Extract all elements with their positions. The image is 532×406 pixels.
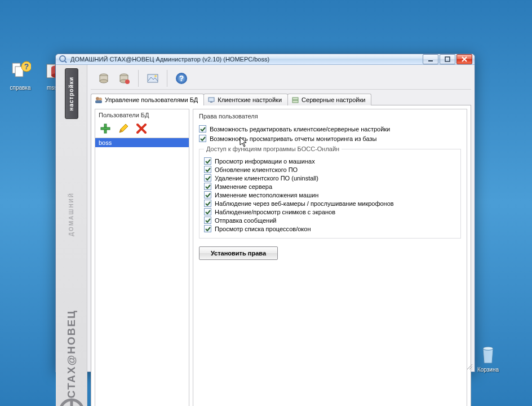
user-list[interactable]: boss <box>95 138 189 406</box>
apply-permissions-button[interactable]: Установить права <box>199 246 278 260</box>
chk-option-8[interactable]: Просмотр списка процессов/окон <box>204 225 456 232</box>
chk-option-0[interactable]: Просмотр информации о машинах <box>204 157 456 165</box>
users-pane: Пользователи БД boss <box>95 109 189 406</box>
desktop-help-label: справка <box>3 85 37 91</box>
brand-text-2: СТАХ@НОВЕЦ <box>65 310 78 398</box>
permissions-title: Права пользователя <box>199 113 461 120</box>
client-icon <box>207 96 215 104</box>
svg-point-8 <box>483 347 493 350</box>
checkbox-icon <box>204 225 211 232</box>
toolbar: ? <box>91 67 471 90</box>
app-window: ДОМАШНИЙ СТАХ@НОВЕЦ Администратор (v2.10… <box>55 54 475 372</box>
checkbox-icon <box>204 217 211 224</box>
svg-text:?: ? <box>24 62 29 71</box>
tab-label: Клиентские настройки <box>218 96 282 103</box>
chk-label: Изменение местоположения машин <box>215 192 318 198</box>
toolbar-db-2-button[interactable] <box>116 70 132 87</box>
app-icon <box>59 55 67 63</box>
titlebar[interactable]: ДОМАШНИЙ СТАХ@НОВЕЦ Администратор (v2.10… <box>56 54 475 65</box>
svg-point-27 <box>96 97 99 100</box>
brand-logo-icon <box>59 398 85 406</box>
svg-line-40 <box>467 364 472 369</box>
chk-option-4[interactable]: Изменение местоположения машин <box>204 191 456 198</box>
chk-label: Наблюдение через веб-камеры / прослушива… <box>215 200 394 207</box>
svg-text:?: ? <box>179 74 184 83</box>
server-icon <box>291 96 299 104</box>
chk-option-1[interactable]: Обновление клиентского ПО <box>204 166 456 173</box>
brand-text-1: ДОМАШНИЙ <box>68 192 74 236</box>
sidebar-tab-label: настройки <box>68 77 74 111</box>
sidebar-rail: настройки ДОМАШНИЙ СТАХ@НОВЕЦ <box>56 65 87 406</box>
chk-option-6[interactable]: Наблюдение/просмотр снимков с экранов <box>204 208 456 215</box>
svg-rect-31 <box>210 102 212 103</box>
checkbox-icon <box>204 200 211 207</box>
checkbox-icon <box>204 174 211 182</box>
user-item[interactable]: boss <box>95 138 189 147</box>
sidebar-tab-settings[interactable]: настройки <box>65 68 78 119</box>
tabstrip: Управление пользователями БД Клиентские … <box>91 93 471 105</box>
checkbox-icon <box>199 125 206 133</box>
chk-label: Отправка сообщений <box>215 217 276 224</box>
desktop-recycle-icon[interactable]: Корзина <box>471 343 505 373</box>
checkbox-icon <box>204 157 211 165</box>
svg-rect-12 <box>445 57 450 61</box>
tab-users[interactable]: Управление пользователями БД <box>91 94 204 105</box>
resize-grip[interactable] <box>466 363 473 370</box>
add-user-button[interactable] <box>99 122 112 135</box>
svg-point-22 <box>125 80 130 84</box>
chk-label: Удаление клиентского ПО (uninstall) <box>215 175 318 182</box>
checkbox-icon <box>204 191 211 198</box>
svg-line-10 <box>65 61 66 63</box>
minimize-button[interactable] <box>423 54 438 64</box>
svg-point-9 <box>60 56 65 61</box>
svg-rect-35 <box>101 127 110 130</box>
boss-online-group: Доступ к функциям программы БОСС-Онлайн … <box>199 149 461 239</box>
chk-label: Возможность редактировать клиентские/сер… <box>210 126 390 133</box>
desktop-recycle-label: Корзина <box>471 367 505 373</box>
tab-server[interactable]: Серверные настройки <box>287 94 371 105</box>
svg-rect-30 <box>209 98 214 102</box>
chk-label: Просмотр информации о машинах <box>215 158 315 165</box>
svg-point-18 <box>100 80 108 83</box>
chk-option-2[interactable]: Удаление клиентского ПО (uninstall) <box>204 174 456 182</box>
chk-option-3[interactable]: Изменение сервера <box>204 183 456 190</box>
chk-option-7[interactable]: Отправка сообщений <box>204 217 456 224</box>
users-pane-title: Пользователи БД <box>95 109 189 121</box>
edit-user-button[interactable] <box>117 122 130 135</box>
toolbar-separator <box>167 70 167 87</box>
svg-rect-29 <box>95 100 102 103</box>
svg-line-42 <box>472 369 472 369</box>
checkbox-icon <box>204 183 211 190</box>
delete-user-button[interactable] <box>135 122 148 135</box>
users-icon <box>95 96 103 104</box>
tab-client[interactable]: Клиентские настройки <box>203 94 288 105</box>
chk-label: Просмотр списка процессов/окон <box>215 226 311 232</box>
checkbox-icon <box>199 135 206 142</box>
toolbar-db-1-button[interactable] <box>95 70 112 87</box>
desktop-help-icon[interactable]: ? справка <box>3 61 37 91</box>
close-button[interactable] <box>456 54 472 64</box>
chk-option-5[interactable]: Наблюдение через веб-камеры / прослушива… <box>204 200 456 207</box>
content-area: Пользователи БД boss <box>91 105 471 406</box>
maximize-button[interactable] <box>440 54 455 64</box>
chk-label: Наблюдение/просмотр снимков с экранов <box>215 209 335 215</box>
fieldset-title: Доступ к функциям программы БОСС-Онлайн <box>204 145 342 152</box>
checkbox-icon <box>204 208 211 215</box>
checkbox-icon <box>204 166 211 173</box>
window-title: ДОМАШНИЙ СТАХ@НОВЕЦ Администратор (v2.10… <box>70 56 423 63</box>
chk-view-reports[interactable]: Возможность просматривать отчеты монитор… <box>199 135 461 142</box>
chk-label: Обновление клиентского ПО <box>215 166 298 173</box>
toolbar-help-button[interactable]: ? <box>173 70 190 87</box>
chk-label: Возможность просматривать отчеты монитор… <box>210 135 377 142</box>
tab-label: Серверные настройки <box>302 96 365 103</box>
svg-rect-32 <box>292 98 298 100</box>
chk-edit-settings[interactable]: Возможность редактировать клиентские/сер… <box>199 125 461 133</box>
toolbar-separator <box>138 70 139 87</box>
svg-point-24 <box>154 75 157 77</box>
tab-label: Управление пользователями БД <box>105 96 198 103</box>
toolbar-image-button[interactable] <box>144 70 161 87</box>
svg-rect-33 <box>292 100 298 103</box>
chk-label: Изменение сервера <box>215 183 272 190</box>
permissions-pane: Права пользователя Возможность редактиро… <box>193 109 467 406</box>
